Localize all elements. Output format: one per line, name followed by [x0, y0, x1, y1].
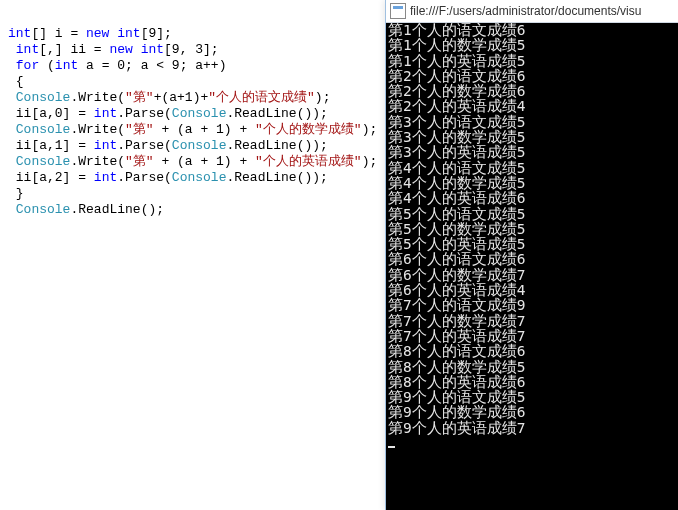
code-token: Console: [172, 138, 227, 153]
window-title: file:///F:/users/administrator/documents…: [410, 4, 641, 18]
console-line: 第9个人的数学成绩6: [388, 405, 676, 420]
code-token: Console: [16, 122, 71, 137]
console-line: 第5个人的英语成绩5: [388, 237, 676, 252]
code-token: .ReadLine());: [226, 138, 327, 153]
code-token: "第": [125, 90, 154, 105]
code-token: Console: [172, 106, 227, 121]
code-editor[interactable]: int[] i = new int[9]; int[,] ii = new in…: [0, 0, 385, 510]
code-token: .ReadLine());: [226, 170, 327, 185]
code-token: Console: [16, 154, 71, 169]
code-token: ii[a,0] =: [16, 106, 94, 121]
console-line: 第1个人的语文成绩6: [388, 23, 676, 38]
code-token: Console: [16, 90, 71, 105]
console-line: 第3个人的语文成绩5: [388, 115, 676, 130]
code-token: + (a + 1) +: [154, 154, 255, 169]
code-token: .ReadLine();: [70, 202, 164, 217]
code-token: int: [109, 26, 140, 41]
console-line: 第2个人的语文成绩6: [388, 69, 676, 84]
titlebar[interactable]: file:///F:/users/administrator/documents…: [386, 0, 678, 23]
code-token: "个人的数学成绩": [255, 122, 362, 137]
code-token: .Parse(: [117, 138, 172, 153]
code-token: .Parse(: [117, 170, 172, 185]
console-line: 第6个人的英语成绩4: [388, 283, 676, 298]
console-line: 第5个人的数学成绩5: [388, 222, 676, 237]
console-line: 第2个人的英语成绩4: [388, 99, 676, 114]
console-line: 第9个人的语文成绩5: [388, 390, 676, 405]
console-line: 第7个人的数学成绩7: [388, 314, 676, 329]
console-line: 第1个人的数学成绩5: [388, 38, 676, 53]
code-token: int: [16, 42, 39, 57]
code-token: int: [133, 42, 164, 57]
code-token: );: [362, 122, 378, 137]
code-token: {: [16, 74, 24, 89]
console-line: 第4个人的英语成绩6: [388, 191, 676, 206]
code-token: +(a+1)+: [154, 90, 209, 105]
code-token: .Write(: [70, 90, 125, 105]
code-token: Console: [172, 170, 227, 185]
code-token: .Write(: [70, 122, 125, 137]
code-token: int: [94, 106, 117, 121]
code-token: [] i =: [31, 26, 86, 41]
console-line: 第7个人的英语成绩7: [388, 329, 676, 344]
code-token: for: [16, 58, 39, 73]
console-line: 第1个人的英语成绩5: [388, 54, 676, 69]
console-line: 第4个人的数学成绩5: [388, 176, 676, 191]
code-token: int: [94, 170, 117, 185]
code-token: .ReadLine());: [226, 106, 327, 121]
console-line: 第9个人的英语成绩7: [388, 421, 676, 436]
console-line: 第4个人的语文成绩5: [388, 161, 676, 176]
code-token: int: [94, 138, 117, 153]
code-token: (: [39, 58, 55, 73]
console-line: 第8个人的数学成绩5: [388, 360, 676, 375]
code-token: );: [315, 90, 331, 105]
console-line: 第3个人的英语成绩5: [388, 145, 676, 160]
code-token: [9];: [141, 26, 172, 41]
code-token: "第": [125, 154, 154, 169]
code-token: int: [55, 58, 78, 73]
code-token: );: [362, 154, 378, 169]
code-token: .Parse(: [117, 106, 172, 121]
code-token: ii[a,2] =: [16, 170, 94, 185]
cursor: [388, 446, 395, 448]
console-line: 第5个人的语文成绩5: [388, 207, 676, 222]
code-token: a = 0; a < 9; a++): [78, 58, 226, 73]
console-line: 第6个人的语文成绩6: [388, 252, 676, 267]
console-line: 第3个人的数学成绩5: [388, 130, 676, 145]
code-token: new: [109, 42, 132, 57]
console-output[interactable]: 第1个人的语文成绩6第1个人的数学成绩5第1个人的英语成绩5第2个人的语文成绩6…: [386, 23, 678, 510]
console-line: 第2个人的数学成绩6: [388, 84, 676, 99]
console-line: 第6个人的数学成绩7: [388, 268, 676, 283]
code-token: ii[a,1] =: [16, 138, 94, 153]
console-line: 第7个人的语文成绩9: [388, 298, 676, 313]
code-token: "个人的语文成绩": [208, 90, 315, 105]
code-token: int: [8, 26, 31, 41]
console-window: file:///F:/users/administrator/documents…: [385, 0, 678, 510]
code-token: "个人的英语成绩": [255, 154, 362, 169]
console-line: 第8个人的语文成绩6: [388, 344, 676, 359]
code-token: .Write(: [70, 154, 125, 169]
app-icon: [390, 3, 406, 19]
code-token: + (a + 1) +: [154, 122, 255, 137]
console-line: 第8个人的英语成绩6: [388, 375, 676, 390]
code-token: new: [86, 26, 109, 41]
code-token: }: [16, 186, 24, 201]
code-token: Console: [16, 202, 71, 217]
code-token: [,] ii =: [39, 42, 109, 57]
code-token: "第": [125, 122, 154, 137]
code-token: [9, 3];: [164, 42, 219, 57]
